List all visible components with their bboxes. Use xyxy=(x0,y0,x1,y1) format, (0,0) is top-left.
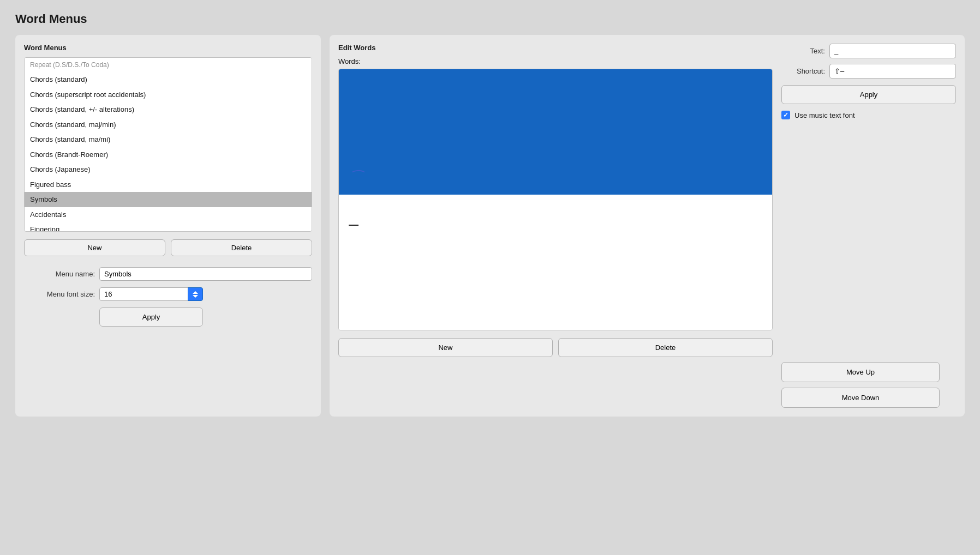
menu-list-item[interactable]: Figured bass xyxy=(25,177,312,192)
delete-word-button[interactable]: Delete xyxy=(558,338,773,357)
font-size-spinner[interactable] xyxy=(188,287,203,301)
text-label: Text: xyxy=(781,47,825,55)
left-panel: Word Menus Repeat (D.S/D.S./To Coda)Chor… xyxy=(15,35,321,417)
text-input[interactable] xyxy=(829,44,956,58)
right-panel: Edit Words Words: ⁀ — New Delete Text: xyxy=(330,35,965,417)
new-word-button[interactable]: New xyxy=(338,338,553,357)
shortcut-input[interactable] xyxy=(829,64,956,79)
menu-list-item[interactable]: Repeat (D.S/D.S./To Coda) xyxy=(25,58,312,72)
spinner-down-icon[interactable] xyxy=(193,295,198,298)
menu-list[interactable]: Repeat (D.S/D.S./To Coda)Chords (standar… xyxy=(24,57,312,232)
music-text-font-checkbox[interactable] xyxy=(781,111,790,119)
menu-name-label: Menu name: xyxy=(24,270,95,278)
words-white-dash: — xyxy=(349,219,358,231)
words-blue-area: ⁀ xyxy=(339,69,772,195)
shortcut-label: Shortcut: xyxy=(781,67,825,75)
menu-name-input[interactable] xyxy=(99,267,312,281)
menu-list-item[interactable]: Symbols xyxy=(25,192,312,207)
music-text-font-label: Use music text font xyxy=(794,111,855,119)
words-blue-symbol: ⁀ xyxy=(350,170,361,187)
words-white-area: — xyxy=(339,195,772,330)
menu-list-item[interactable]: Fingering xyxy=(25,222,312,232)
menu-list-item[interactable]: Chords (Brandt-Roemer) xyxy=(25,147,312,162)
new-menu-button[interactable]: New xyxy=(24,239,165,256)
move-buttons: Move Up Move Down xyxy=(781,362,956,408)
apply-word-button[interactable]: Apply xyxy=(781,85,956,104)
menu-font-size-label: Menu font size: xyxy=(24,290,95,298)
edit-section: Text: Shortcut: Apply Use music text fon… xyxy=(781,44,956,408)
menu-list-item[interactable]: Chords (superscript root accidentals) xyxy=(25,87,312,102)
apply-menu-button[interactable]: Apply xyxy=(99,307,203,327)
move-down-button[interactable]: Move Down xyxy=(781,388,940,408)
menu-list-item[interactable]: Chords (standard, maj/min) xyxy=(25,117,312,132)
menu-list-item[interactable]: Chords (Japanese) xyxy=(25,162,312,177)
words-display[interactable]: ⁀ — xyxy=(338,69,773,330)
delete-menu-button[interactable]: Delete xyxy=(171,239,312,256)
right-panel-title: Edit Words xyxy=(338,44,773,52)
menu-list-item[interactable]: Chords (standard, +/- alterations) xyxy=(25,102,312,117)
menu-list-item[interactable]: Chords (standard) xyxy=(25,72,312,87)
page-title: Word Menus xyxy=(0,0,980,35)
spinner-up-icon[interactable] xyxy=(193,291,198,294)
menu-list-item[interactable]: Chords (standard, ma/mi) xyxy=(25,132,312,147)
words-label: Words: xyxy=(338,57,773,65)
left-panel-title: Word Menus xyxy=(24,44,312,52)
move-up-button[interactable]: Move Up xyxy=(781,362,940,382)
words-section: Edit Words Words: ⁀ — New Delete xyxy=(338,44,773,408)
menu-list-item[interactable]: Accidentals xyxy=(25,207,312,222)
